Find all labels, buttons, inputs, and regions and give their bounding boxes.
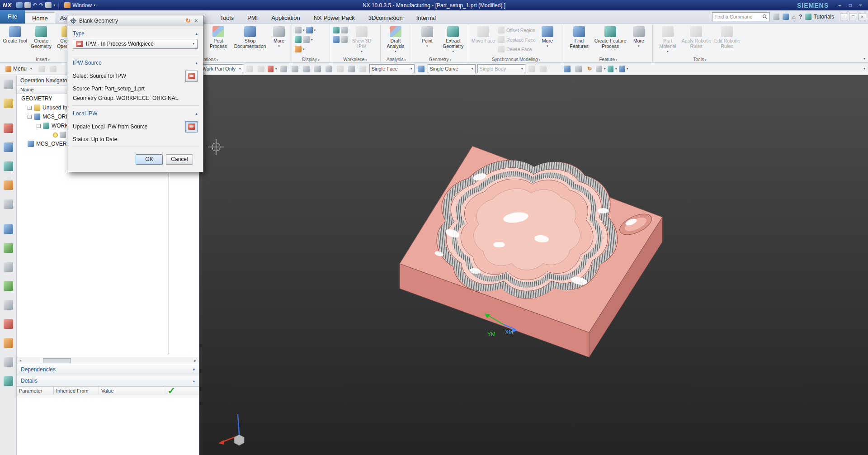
- operation-navigator-icon[interactable]: [4, 80, 13, 89]
- selection-bar-overflow-chevron-icon[interactable]: ▾: [863, 66, 865, 71]
- system-scenes-icon[interactable]: [4, 338, 13, 348]
- help-icon[interactable]: ?: [799, 14, 802, 20]
- part-navigator-icon[interactable]: [4, 161, 13, 171]
- copy-icon[interactable]: [45, 2, 52, 8]
- undo-icon[interactable]: ↶: [33, 2, 37, 8]
- display-edit-object-icon[interactable]: [295, 27, 302, 33]
- refresh-view-icon[interactable]: ↻: [585, 64, 594, 74]
- cancel-button[interactable]: Cancel: [166, 154, 193, 165]
- column-parameter[interactable]: Parameter: [17, 387, 54, 395]
- face-rule-dropdown[interactable]: Single Face ▾: [369, 64, 415, 73]
- move-face-button[interactable]: Move Face: [470, 25, 496, 44]
- move-component-icon[interactable]: [48, 64, 58, 74]
- intersection-snap-icon[interactable]: [313, 64, 322, 74]
- apply-robotic-rules-button[interactable]: Apply Robotic Rules: [681, 25, 712, 49]
- arc-center-snap-icon[interactable]: [324, 64, 334, 74]
- display-layer-settings-icon[interactable]: [295, 36, 302, 43]
- dependencies-section-header[interactable]: Dependencies ▾: [17, 364, 199, 375]
- orient-view-icon[interactable]: ▾: [608, 64, 617, 74]
- tutorials-button[interactable]: Tutorials: [805, 14, 834, 20]
- synchronous-more-button[interactable]: More ▾: [537, 25, 558, 48]
- create-tool-button[interactable]: Create Tool: [2, 25, 28, 44]
- user-tools-icon[interactable]: [4, 357, 13, 367]
- selection-scope-dropdown[interactable]: Work Part Only ▾: [200, 64, 243, 73]
- tab-application[interactable]: Application: [264, 12, 307, 24]
- workpiece-gouge-check-icon[interactable]: [341, 36, 348, 43]
- replace-face-button[interactable]: Replace Face: [496, 35, 537, 44]
- display-view-section-icon[interactable]: [295, 46, 302, 52]
- type-section-header[interactable]: Type ▴: [72, 28, 198, 38]
- scrollbar-track[interactable]: [24, 358, 192, 364]
- edit-robotic-rules-button[interactable]: Edit Robotic Rules: [712, 25, 742, 49]
- tab-assemblies[interactable]: Assemblies: [55, 12, 67, 24]
- print-icon[interactable]: [24, 2, 31, 8]
- expander-icon[interactable]: -: [28, 106, 32, 110]
- view-triad[interactable]: [218, 414, 244, 446]
- tab-file[interactable]: File: [0, 10, 25, 24]
- history-icon[interactable]: [4, 243, 13, 253]
- offset-region-button[interactable]: Offset Region: [496, 25, 537, 35]
- dialog-reset-icon[interactable]: ↻: [184, 17, 192, 24]
- display-show-hide-icon[interactable]: [306, 27, 313, 33]
- zoom-icon[interactable]: [574, 64, 583, 74]
- scroll-left-arrow-icon[interactable]: ◂: [17, 359, 24, 363]
- end-point-snap-icon[interactable]: [279, 64, 288, 74]
- tree-column-divider[interactable]: [169, 162, 169, 354]
- roles-icon[interactable]: [4, 319, 13, 329]
- ok-button[interactable]: OK: [136, 154, 163, 165]
- close-button[interactable]: ×: [856, 2, 865, 9]
- constraint-navigator-icon[interactable]: [4, 142, 13, 152]
- dialog-close-icon[interactable]: ×: [192, 17, 200, 24]
- process-studio-icon[interactable]: [4, 262, 13, 272]
- details-section-header[interactable]: Details ▴: [17, 375, 199, 386]
- save-icon[interactable]: [16, 2, 23, 8]
- tab-internal[interactable]: Internal: [410, 12, 443, 24]
- reuse-library-icon[interactable]: [4, 180, 13, 190]
- menu-button[interactable]: Menu ▾: [2, 64, 35, 73]
- snap-enable-icon[interactable]: [256, 64, 266, 74]
- body-rule-dropdown[interactable]: Single Body ▾: [477, 64, 525, 73]
- column-value[interactable]: Value: [99, 387, 163, 395]
- tab-nx-power-pack[interactable]: NX Power Pack: [307, 12, 362, 24]
- draft-analysis-button[interactable]: Draft Analysis ▾: [382, 25, 409, 53]
- tab-pmi[interactable]: PMI: [241, 12, 264, 24]
- find-features-button[interactable]: Find Features: [566, 25, 592, 49]
- blank-geometry-dialog[interactable]: Blank Geometry ↻ × Type ▴ IPW - In Proce…: [67, 15, 203, 172]
- hd3d-tools-icon[interactable]: [4, 199, 13, 209]
- view-options-icon[interactable]: ▾: [619, 64, 628, 74]
- expander-icon[interactable]: -: [37, 124, 41, 128]
- scroll-right-arrow-icon[interactable]: ▸: [192, 359, 199, 363]
- manufacturing-wizards-icon[interactable]: [4, 281, 13, 291]
- maximize-button[interactable]: □: [845, 2, 855, 9]
- ipw-source-section-header[interactable]: IPW Source ▴: [72, 57, 198, 68]
- dialog-titlebar[interactable]: Blank Geometry ↻ ×: [67, 15, 203, 26]
- operations-more-button[interactable]: More ▾: [269, 25, 289, 48]
- touch-mode-icon[interactable]: [4, 376, 13, 386]
- home-icon[interactable]: ⌂: [792, 14, 796, 20]
- tab-tools[interactable]: Tools: [213, 12, 241, 24]
- scrollbar-thumb[interactable]: [43, 358, 71, 363]
- curve-rule-dropdown[interactable]: Single Curve ▾: [428, 64, 476, 73]
- workpiece-tool-path-icon[interactable]: [333, 27, 340, 33]
- templates-icon[interactable]: [4, 300, 13, 310]
- highlight-faces-icon[interactable]: [527, 64, 537, 74]
- face-rule-options-icon[interactable]: [416, 64, 426, 74]
- post-process-button[interactable]: Post Process: [205, 25, 231, 49]
- show-3d-ipw-button[interactable]: Show 3D IPW ▾: [349, 25, 375, 53]
- create-geometry-button[interactable]: Create Geometry: [28, 25, 54, 49]
- redo-icon[interactable]: ↷: [39, 2, 43, 8]
- tab-home[interactable]: Home: [25, 12, 55, 24]
- ribbon-overflow-chevron-icon[interactable]: ▾: [863, 57, 865, 61]
- snap-point-menu-icon[interactable]: ▾: [268, 64, 277, 74]
- mdi-close-button[interactable]: ×: [858, 14, 866, 20]
- navigator-horizontal-scrollbar[interactable]: ◂ ▸: [17, 357, 199, 364]
- mdi-restore-button[interactable]: □: [849, 14, 857, 20]
- point-on-curve-snap-icon[interactable]: [358, 64, 368, 74]
- snap-point-toggle-icon[interactable]: [245, 64, 255, 74]
- delete-face-button[interactable]: Delete Face: [496, 44, 537, 54]
- machine-tool-navigator-icon[interactable]: [4, 99, 13, 108]
- notes-icon[interactable]: [773, 14, 779, 20]
- create-feature-process-button[interactable]: Create Feature Process: [592, 25, 628, 49]
- web-browser-icon[interactable]: [4, 224, 13, 234]
- window-switch-icon[interactable]: [783, 14, 789, 20]
